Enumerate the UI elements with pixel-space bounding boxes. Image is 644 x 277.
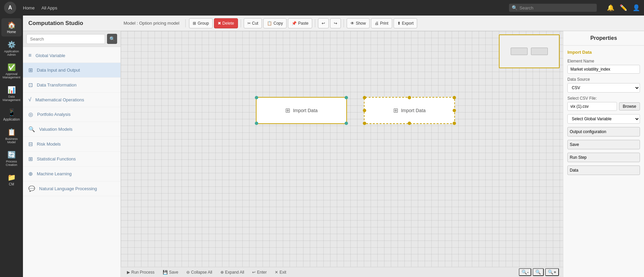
nav-all-apps[interactable]: All Apps [42, 5, 57, 10]
expand-icon: ⊕ [220, 270, 224, 275]
component-machine-learning[interactable]: ⊕ Machine Learning [23, 167, 120, 181]
sidebar-item-process[interactable]: 🔄 Process Creation [1, 148, 22, 169]
canvas-area[interactable]: ⊞ Import Data ⊞ Import Data [121, 31, 563, 267]
print-button[interactable]: 🖨 Print [371, 18, 392, 28]
toolbar-sep-1 [185, 19, 186, 27]
save-status-icon: 💾 [163, 270, 168, 275]
node1-handle-tl[interactable] [255, 96, 258, 99]
properties-title: Properties [563, 31, 644, 46]
sidebar-item-cm[interactable]: 📁 CM [1, 171, 22, 189]
edit-icon[interactable]: ✏️ [620, 4, 627, 11]
prop-browse-button[interactable]: Browse [619, 102, 640, 110]
model-label: Model : Option pricing model [124, 21, 179, 26]
component-global-variable[interactable]: ≡ Global Variable [23, 48, 120, 63]
main-area: 🏠 Home ⚙️ Application Admin ✅ Approval M… [0, 16, 644, 277]
search-icon: 🔍 [109, 36, 115, 42]
prop-data-source-select[interactable]: CSV Excel Database API [567, 83, 640, 93]
node2-handle-lm[interactable] [363, 109, 366, 112]
node2-handle-br[interactable] [453, 122, 456, 125]
toolbar: Model : Option pricing model ⊞ Group ✖ D… [121, 18, 644, 28]
node1-label: Import Data [293, 108, 318, 113]
enter-button[interactable]: ↩ Enter [250, 269, 269, 275]
component-search-input[interactable] [26, 34, 105, 44]
app-logo[interactable]: A [4, 2, 16, 14]
sidebar-item-business-model[interactable]: 📋 Business Model [1, 125, 22, 147]
zoom-fit-button[interactable]: 🔍 [533, 268, 544, 276]
sidebar-item-app-admin[interactable]: ⚙️ Application Admin [1, 38, 22, 59]
component-math-ops[interactable]: √ Mathematical Operations [23, 93, 120, 107]
zoom-out-button[interactable]: 🔍- [519, 268, 531, 276]
component-valuation-models[interactable]: 🔍 Valuation Models [23, 122, 120, 137]
copy-button[interactable]: 📋 Copy [263, 18, 287, 28]
prop-global-variable-select[interactable]: Select Global Variable [567, 114, 640, 124]
export-button[interactable]: ⬆ Export [394, 18, 418, 28]
sidebar-item-application[interactable]: 📱 Application [1, 106, 22, 124]
node1-icon: ⊞ [285, 107, 290, 114]
delete-icon: ✖ [218, 21, 221, 26]
search-icon: 🔍 [512, 5, 517, 10]
group-button[interactable]: ⊞ Group [189, 18, 212, 28]
user-icon[interactable]: 👤 [633, 4, 640, 11]
save-status-button[interactable]: 💾 Save [161, 269, 180, 275]
run-process-button[interactable]: ▶ Run Process [125, 269, 157, 275]
collapse-all-button[interactable]: ⊖ Collapse All [184, 269, 214, 275]
component-portfolio-analysis[interactable]: ◎ Portfolio Analysis [23, 107, 120, 122]
prop-element-name-input[interactable] [567, 65, 640, 74]
node1-handle-bl[interactable] [255, 122, 258, 125]
prop-run-step-button[interactable]: Run Step [567, 153, 640, 162]
delete-button[interactable]: ✖ Delete [214, 18, 238, 28]
portfolio-icon: ◎ [28, 111, 33, 118]
cut-label: Cut [252, 21, 259, 26]
toolbar-sep-4 [344, 19, 344, 27]
app-admin-icon: ⚙️ [7, 41, 16, 49]
node2-handle-bl[interactable] [363, 122, 366, 125]
component-risk-models[interactable]: ⊟ Risk Models [23, 137, 120, 152]
paste-icon: 📌 [292, 21, 297, 26]
component-search-button[interactable]: 🔍 [107, 34, 117, 44]
show-button[interactable]: 👁 Show [347, 18, 370, 28]
properties-panel: Properties Import Data Element Name Data… [563, 31, 644, 277]
content-row: 🔍 ≡ Global Variable ⊞ Data Input and Out… [23, 31, 644, 277]
sidebar-item-home[interactable]: 🏠 Home [1, 18, 22, 36]
node1-handle-tr[interactable] [345, 96, 348, 99]
group-icon: ⊞ [193, 21, 196, 26]
save-status-label: Save [169, 270, 178, 275]
component-data-transformation[interactable]: ⊡ Data Transformation [23, 78, 120, 93]
canvas-node-2[interactable]: ⊞ Import Data [364, 97, 455, 124]
collapse-all-label: Collapse All [191, 270, 212, 275]
component-list: ≡ Global Variable ⊞ Data Input and Outpu… [23, 47, 120, 277]
sidebar-item-home-label: Home [7, 30, 16, 34]
sidebar-item-approval[interactable]: ✅ Approval Management [1, 60, 22, 82]
canvas-node-1[interactable]: ⊞ Import Data [256, 97, 347, 124]
bell-icon[interactable]: 🔔 [607, 4, 614, 11]
prop-data-source-group: Data Source CSV Excel Database API [567, 77, 640, 93]
top-navbar: A Home All Apps 🔍 🔔 ✏️ 👤 [0, 0, 644, 16]
paste-button[interactable]: 📌 Paste [288, 18, 312, 28]
zoom-in-button[interactable]: 🔍+ [545, 268, 559, 276]
node2-handle-tm[interactable] [408, 96, 411, 99]
show-icon: 👁 [350, 21, 354, 26]
icon-sidebar: 🏠 Home ⚙️ Application Admin ✅ Approval M… [0, 16, 23, 277]
node1-handle-br[interactable] [345, 122, 348, 125]
exit-button[interactable]: ✕ Exit [273, 269, 288, 275]
prop-save-button[interactable]: Save [567, 140, 640, 149]
expand-all-button[interactable]: ⊕ Expand All [218, 269, 246, 275]
undo-button[interactable]: ↩ [318, 18, 329, 28]
prop-output-config-button[interactable]: Output configuration [567, 127, 640, 136]
global-variable-icon: ≡ [28, 52, 31, 58]
node2-handle-tr[interactable] [453, 96, 456, 99]
export-icon: ⬆ [397, 21, 401, 26]
node2-handle-rm[interactable] [453, 109, 456, 112]
sidebar-item-data-mgmt[interactable]: 📊 Data Management [1, 83, 22, 104]
cut-button[interactable]: ✂ Cut [244, 18, 262, 28]
redo-button[interactable]: ↪ [330, 18, 341, 28]
component-statistical-functions[interactable]: ⊞ Statistical Functions [23, 152, 120, 167]
nav-home[interactable]: Home [23, 5, 35, 10]
node2-handle-tl[interactable] [363, 96, 366, 99]
node2-handle-bm[interactable] [408, 122, 411, 125]
global-search: 🔍 [509, 4, 597, 12]
component-nlp[interactable]: 💬 Natural Language Processing [23, 181, 120, 196]
prop-data-button[interactable]: Data [567, 166, 640, 175]
component-data-input-output[interactable]: ⊞ Data Input and Output [23, 63, 120, 78]
global-search-input[interactable] [519, 5, 587, 10]
